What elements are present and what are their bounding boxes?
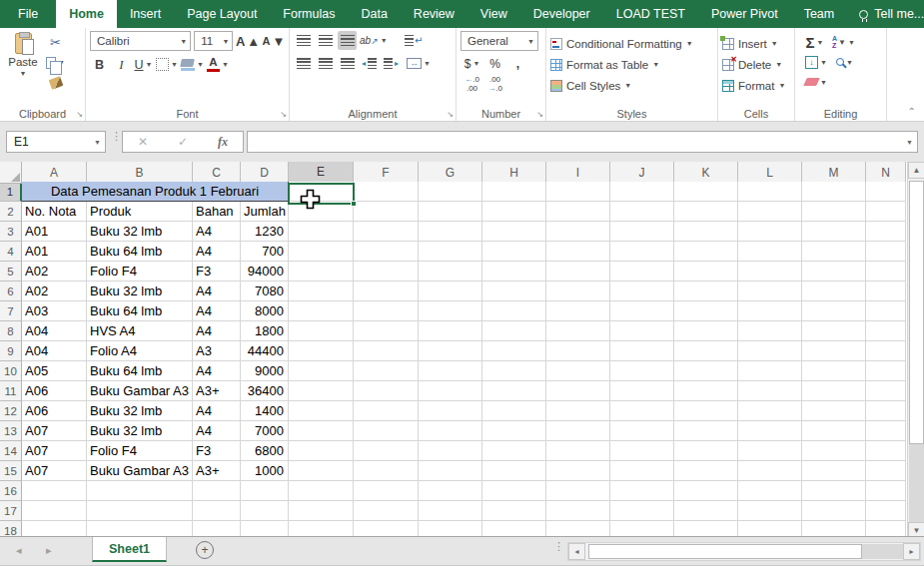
cell-K18[interactable]	[674, 521, 738, 536]
cell-J10[interactable]	[610, 361, 674, 381]
cell-I18[interactable]	[546, 521, 610, 536]
cell-L5[interactable]	[738, 262, 802, 282]
copy-button[interactable]: ▼	[46, 53, 65, 72]
cell-I14[interactable]	[546, 441, 610, 461]
insert-cells-button[interactable]: Insert▼	[722, 33, 790, 54]
formula-bar-input[interactable]: ▼	[247, 131, 918, 153]
cell-F9[interactable]	[354, 341, 419, 361]
cell-H13[interactable]	[482, 421, 546, 441]
cell-J7[interactable]	[610, 301, 674, 321]
cell-L16[interactable]	[738, 481, 802, 501]
cell-D8[interactable]: 1800	[241, 321, 289, 341]
cell-M8[interactable]	[802, 321, 866, 341]
cell-H2[interactable]	[482, 202, 546, 222]
cell-G4[interactable]	[419, 242, 482, 262]
row-header-12[interactable]: 12	[0, 401, 22, 421]
cell-L17[interactable]	[738, 501, 802, 521]
cell-L15[interactable]	[738, 461, 802, 481]
cell-H16[interactable]	[482, 481, 546, 501]
cell-B5[interactable]: Folio F4	[87, 262, 193, 282]
row-header-13[interactable]: 13	[0, 421, 22, 441]
italic-button[interactable]: I	[112, 55, 131, 74]
format-as-table-button[interactable]: Format as Table▼	[550, 54, 713, 75]
cell-A14[interactable]: A07	[22, 441, 87, 461]
cell-D5[interactable]: 94000	[241, 262, 289, 282]
enter-button[interactable]: ✓	[178, 135, 188, 149]
cell-C11[interactable]: A3+	[193, 381, 241, 401]
cell-D6[interactable]: 7080	[241, 282, 289, 301]
cell-K15[interactable]	[674, 461, 738, 481]
cell-M4[interactable]	[802, 242, 866, 262]
next-sheet-arrow[interactable]: ▸	[46, 544, 52, 557]
column-header-H[interactable]: H	[482, 162, 546, 184]
cell-F7[interactable]	[354, 301, 419, 321]
cell-E7[interactable]	[289, 301, 354, 321]
insert-function-button[interactable]: fx	[218, 135, 228, 150]
cell-K4[interactable]	[674, 242, 738, 262]
cell-E14[interactable]	[289, 441, 354, 461]
cell-H10[interactable]	[482, 361, 546, 381]
cell-N3[interactable]	[866, 222, 906, 242]
font-size-combobox[interactable]: 11▼	[194, 31, 233, 51]
cell-I7[interactable]	[546, 301, 610, 321]
name-box[interactable]: E1 ▼	[6, 131, 106, 153]
cell-E6[interactable]	[289, 282, 354, 301]
wrap-text-button[interactable]: ↵	[405, 31, 424, 50]
cell-B18[interactable]	[87, 521, 193, 536]
cell-E8[interactable]	[289, 321, 354, 341]
autosum-button[interactable]: Σ▼	[805, 33, 824, 52]
cell-E2[interactable]	[289, 202, 354, 222]
cell-K7[interactable]	[674, 301, 738, 321]
cell-B12[interactable]: Buku 32 lmb	[87, 401, 193, 421]
column-header-F[interactable]: F	[354, 162, 419, 184]
cell-K17[interactable]	[674, 501, 738, 521]
cell-N18[interactable]	[866, 521, 906, 536]
cell-N17[interactable]	[866, 501, 906, 521]
cell-E11[interactable]	[289, 381, 354, 401]
column-header-E[interactable]: E	[289, 162, 354, 184]
cell-D9[interactable]: 44400	[241, 341, 289, 361]
cell-B17[interactable]	[87, 501, 193, 521]
tab-formulas[interactable]: Formulas	[270, 0, 348, 28]
cell-K12[interactable]	[674, 401, 738, 421]
cell-J16[interactable]	[610, 481, 674, 501]
cell-B7[interactable]: Buku 64 lmb	[87, 301, 193, 321]
cell-A13[interactable]: A07	[22, 421, 87, 441]
format-cells-button[interactable]: Format▼	[722, 75, 790, 96]
cell-B13[interactable]: Buku 32 lmb	[87, 421, 193, 441]
cell-N7[interactable]	[866, 301, 906, 321]
align-bottom-button[interactable]	[338, 31, 357, 50]
cell-N8[interactable]	[866, 321, 906, 341]
title-cell[interactable]: Data Pemesanan Produk 1 Februari	[22, 182, 289, 202]
column-header-G[interactable]: G	[419, 162, 482, 184]
cell-B15[interactable]: Buku Gambar A3	[87, 461, 193, 481]
cell-C17[interactable]	[193, 501, 241, 521]
cell-N15[interactable]	[866, 461, 906, 481]
cell-F2[interactable]	[354, 202, 419, 222]
cell-M6[interactable]	[802, 282, 866, 301]
underline-button[interactable]: U▼	[134, 55, 153, 74]
cell-F15[interactable]	[354, 461, 419, 481]
cell-K8[interactable]	[674, 321, 738, 341]
cell-G7[interactable]	[419, 301, 482, 321]
row-header-8[interactable]: 8	[0, 321, 22, 341]
cell-G6[interactable]	[419, 282, 482, 301]
align-left-button[interactable]	[294, 54, 313, 73]
column-header-N[interactable]: N	[866, 162, 906, 184]
cell-I6[interactable]	[546, 282, 610, 301]
horizontal-scroll-track[interactable]	[862, 544, 903, 559]
cell-I17[interactable]	[546, 501, 610, 521]
column-header-C[interactable]: C	[193, 162, 241, 184]
cell-G8[interactable]	[419, 321, 482, 341]
cell-D4[interactable]: 700	[241, 242, 289, 262]
tab-load-test[interactable]: LOAD TEST	[603, 0, 698, 28]
cell-J13[interactable]	[610, 421, 674, 441]
cell-N4[interactable]	[866, 242, 906, 262]
cell-G18[interactable]	[419, 521, 482, 536]
column-header-B[interactable]: B	[87, 162, 193, 184]
tell-me-box[interactable]: Tell me...	[847, 0, 924, 28]
cell-H7[interactable]	[482, 301, 546, 321]
cell-K2[interactable]	[674, 202, 738, 222]
cell-C6[interactable]: A4	[193, 282, 241, 301]
cell-H14[interactable]	[482, 441, 546, 461]
